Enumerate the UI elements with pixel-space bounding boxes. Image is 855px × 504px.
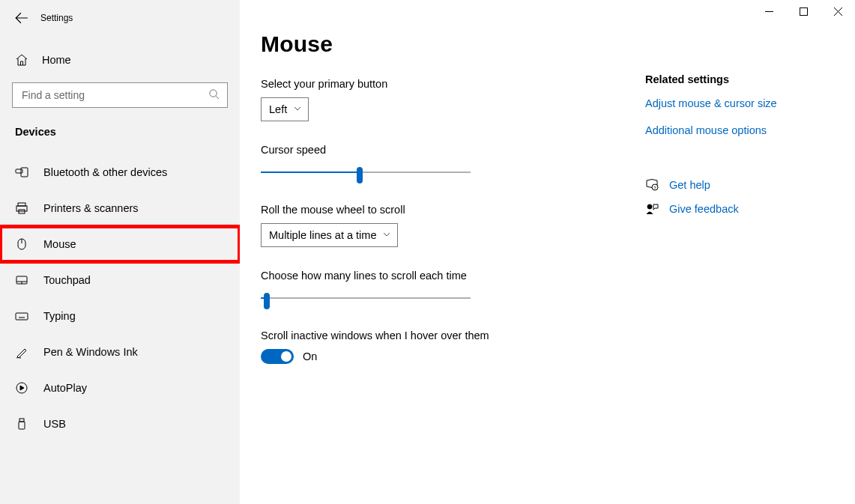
inactive-toggle[interactable] [261, 349, 294, 364]
lines-setting: Choose how many lines to scroll each tim… [261, 270, 629, 307]
nav-home[interactable]: Home [0, 45, 240, 75]
inactive-toggle-label: On [303, 350, 317, 362]
search-icon [208, 88, 220, 102]
close-button[interactable] [821, 0, 855, 22]
sidebar-item-label: Typing [43, 310, 76, 322]
sidebar-item-bluetooth[interactable]: Bluetooth & other devices [0, 154, 240, 190]
page-title: Mouse [261, 31, 629, 57]
cursor-speed-setting: Cursor speed [261, 144, 629, 181]
svg-rect-19 [19, 422, 25, 429]
primary-button-setting: Select your primary button Left [261, 78, 629, 121]
main-area: Mouse Select your primary button Left Cu… [240, 0, 855, 504]
sidebar-item-autoplay[interactable]: AutoPlay [0, 370, 240, 406]
sidebar-item-label: Pen & Windows Ink [43, 346, 138, 358]
sidebar-nav: Bluetooth & other devices Printers & sca… [0, 154, 240, 442]
link-adjust-mouse-cursor[interactable]: Adjust mouse & cursor size [645, 97, 825, 109]
sidebar: Settings Home Devices [0, 0, 240, 504]
related-rail: Related settings Adjust mouse & cursor s… [645, 0, 855, 504]
feedback-link-label: Give feedback [669, 203, 739, 215]
page-content: Mouse Select your primary button Left Cu… [240, 0, 629, 504]
svg-rect-1 [16, 169, 22, 173]
primary-button-label: Select your primary button [261, 78, 629, 90]
inactive-label: Scroll inactive windows when I hover ove… [261, 330, 629, 341]
help-link[interactable]: ? Get help [645, 178, 825, 192]
sidebar-item-label: Bluetooth & other devices [43, 166, 167, 178]
sidebar-item-label: Printers & scanners [43, 202, 139, 214]
cursor-speed-slider[interactable] [261, 163, 471, 181]
wheel-select[interactable]: Multiple lines at a time [261, 223, 398, 247]
usb-icon [15, 417, 28, 431]
cursor-speed-label: Cursor speed [261, 144, 629, 156]
chevron-down-icon [293, 103, 302, 115]
help-icon: ? [645, 178, 659, 192]
sidebar-item-label: Touchpad [43, 274, 91, 286]
keyboard-icon [15, 309, 28, 323]
sidebar-item-label: Mouse [43, 238, 76, 250]
titlebar: Settings [0, 7, 240, 28]
home-icon [15, 53, 28, 67]
sidebar-item-usb[interactable]: USB [0, 406, 240, 442]
sidebar-item-label: AutoPlay [43, 382, 87, 394]
minimize-button[interactable] [752, 0, 786, 22]
autoplay-icon [15, 381, 28, 395]
slider-thumb[interactable] [264, 293, 270, 309]
svg-point-0 [210, 90, 217, 97]
app-title: Settings [40, 13, 73, 23]
primary-button-select[interactable]: Left [261, 97, 309, 121]
feedback-link[interactable]: Give feedback [645, 202, 825, 216]
bluetooth-devices-icon [15, 166, 28, 179]
lines-slider[interactable] [261, 289, 471, 307]
wheel-label: Roll the mouse wheel to scroll [261, 204, 629, 216]
svg-rect-18 [19, 419, 24, 422]
sidebar-item-typing[interactable]: Typing [0, 298, 240, 334]
back-icon[interactable] [15, 11, 28, 25]
wheel-setting: Roll the mouse wheel to scroll Multiple … [261, 204, 629, 247]
svg-rect-21 [800, 7, 807, 15]
link-additional-mouse-options[interactable]: Additional mouse options [645, 124, 825, 136]
svg-rect-4 [16, 206, 27, 211]
rail-heading: Related settings [645, 73, 825, 85]
wheel-value: Multiple lines at a time [269, 229, 376, 241]
svg-rect-11 [16, 313, 28, 320]
maximize-button[interactable] [786, 0, 821, 22]
help-link-label: Get help [669, 179, 710, 191]
printer-icon [15, 201, 28, 215]
primary-button-value: Left [269, 103, 287, 115]
inactive-setting: Scroll inactive windows when I hover ove… [261, 330, 629, 364]
search-input[interactable] [20, 88, 208, 102]
touchpad-icon [15, 273, 28, 287]
lines-label: Choose how many lines to scroll each tim… [261, 270, 629, 282]
sidebar-item-pen[interactable]: Pen & Windows Ink [0, 334, 240, 370]
slider-thumb[interactable] [357, 167, 363, 183]
sidebar-section-label: Devices [0, 108, 240, 142]
app-root: Settings Home Devices [0, 0, 855, 504]
svg-point-26 [647, 204, 652, 209]
search-box[interactable] [12, 82, 228, 108]
svg-rect-3 [18, 203, 25, 206]
sidebar-item-printers[interactable]: Printers & scanners [0, 190, 240, 226]
nav-home-label: Home [42, 54, 71, 66]
sidebar-item-label: USB [43, 418, 66, 430]
feedback-icon [645, 202, 659, 216]
chevron-down-icon [382, 229, 391, 241]
sidebar-item-mouse[interactable]: Mouse [0, 226, 240, 262]
sidebar-item-touchpad[interactable]: Touchpad [0, 262, 240, 298]
mouse-icon [15, 237, 28, 251]
pen-icon [15, 345, 28, 359]
window-controls [752, 0, 855, 22]
